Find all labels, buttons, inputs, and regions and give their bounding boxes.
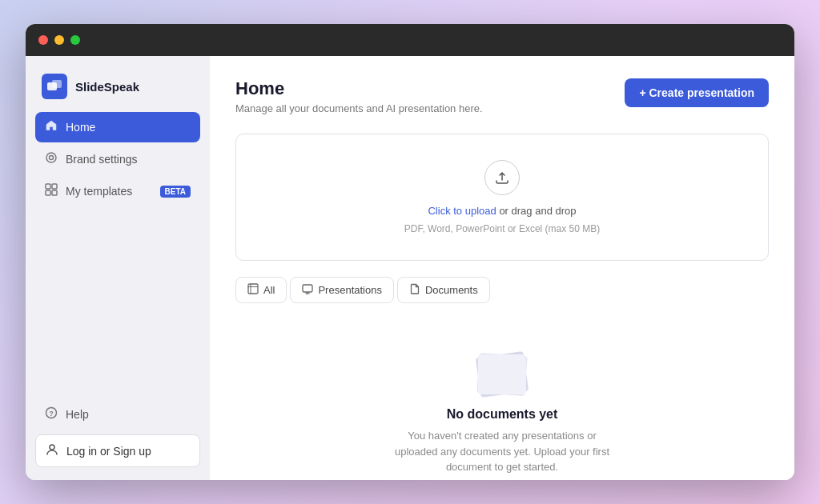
tab-presentations-label: Presentations bbox=[318, 284, 382, 296]
sidebar-item-my-templates[interactable]: My templates BETA bbox=[35, 176, 200, 206]
sidebar-item-brand-settings[interactable]: Brand settings bbox=[35, 144, 200, 174]
beta-badge: BETA bbox=[160, 186, 191, 198]
login-icon bbox=[46, 443, 58, 458]
svg-rect-14 bbox=[303, 285, 312, 292]
titlebar bbox=[26, 24, 794, 56]
documents-tab-icon bbox=[409, 283, 420, 297]
tab-all-label: All bbox=[263, 284, 275, 296]
empty-state: No documents yet You haven't created any… bbox=[235, 322, 769, 480]
svg-point-10 bbox=[50, 445, 54, 450]
svg-rect-4 bbox=[46, 184, 50, 189]
main-content: Home Manage all your documents and AI pr… bbox=[210, 56, 794, 480]
my-templates-icon bbox=[45, 183, 58, 199]
tab-all[interactable]: All bbox=[235, 277, 287, 303]
minimize-button[interactable] bbox=[54, 35, 64, 45]
upload-click-link[interactable]: Click to upload bbox=[428, 205, 496, 217]
brand-settings-icon bbox=[45, 151, 58, 167]
upload-area[interactable]: Click to upload or drag and drop PDF, Wo… bbox=[235, 134, 769, 261]
presentations-tab-icon bbox=[302, 283, 313, 297]
login-label: Log in or Sign up bbox=[66, 445, 151, 458]
page-title: Home bbox=[235, 78, 483, 99]
upload-text: Click to upload or drag and drop bbox=[428, 205, 576, 217]
tabs: All Presentations bbox=[235, 277, 769, 303]
logo-icon bbox=[42, 74, 67, 99]
app-window: SlideSpeak Home Brand settin bbox=[26, 24, 794, 480]
sidebar-item-brand-settings-label: Brand settings bbox=[66, 153, 138, 166]
close-button[interactable] bbox=[38, 35, 48, 45]
sidebar-bottom: ? Help Log in or Sign up bbox=[35, 399, 200, 467]
empty-title: No documents yet bbox=[447, 407, 558, 422]
logo: SlideSpeak bbox=[35, 69, 200, 112]
maximize-button[interactable] bbox=[70, 35, 80, 45]
tab-presentations[interactable]: Presentations bbox=[290, 277, 394, 303]
svg-text:?: ? bbox=[49, 410, 54, 418]
upload-drag-text: or drag and drop bbox=[496, 205, 577, 217]
page-subtitle: Manage all your documents and AI present… bbox=[235, 102, 483, 114]
app-body: SlideSpeak Home Brand settin bbox=[26, 56, 794, 480]
svg-rect-7 bbox=[52, 190, 57, 195]
tab-documents[interactable]: Documents bbox=[397, 277, 490, 303]
svg-point-2 bbox=[46, 153, 56, 162]
all-tab-icon bbox=[247, 283, 259, 297]
svg-rect-11 bbox=[248, 284, 258, 294]
sidebar-item-home-label: Home bbox=[66, 121, 95, 134]
sidebar-item-my-templates-label: My templates bbox=[66, 185, 132, 198]
empty-description: You haven't created any presentations or… bbox=[390, 428, 614, 475]
sidebar-item-help-label: Help bbox=[66, 408, 89, 421]
create-presentation-button[interactable]: + Create presentation bbox=[625, 78, 769, 107]
help-icon: ? bbox=[45, 406, 58, 422]
sidebar-item-home[interactable]: Home bbox=[35, 112, 200, 142]
sidebar: SlideSpeak Home Brand settin bbox=[26, 56, 210, 480]
sidebar-item-help[interactable]: ? Help bbox=[35, 399, 200, 430]
empty-illustration bbox=[466, 338, 538, 394]
tab-documents-label: Documents bbox=[425, 284, 478, 296]
login-button[interactable]: Log in or Sign up bbox=[35, 434, 200, 467]
upload-icon bbox=[484, 160, 520, 195]
main-header: Home Manage all your documents and AI pr… bbox=[235, 78, 769, 114]
svg-rect-5 bbox=[52, 184, 57, 189]
page-header-text: Home Manage all your documents and AI pr… bbox=[235, 78, 483, 114]
home-icon bbox=[45, 119, 58, 135]
logo-text: SlideSpeak bbox=[75, 80, 139, 94]
paper-front bbox=[478, 354, 526, 394]
svg-point-3 bbox=[50, 156, 54, 160]
svg-rect-6 bbox=[46, 190, 50, 195]
upload-subtext: PDF, Word, PowerPoint or Excel (max 50 M… bbox=[404, 223, 601, 234]
svg-rect-1 bbox=[52, 80, 62, 88]
